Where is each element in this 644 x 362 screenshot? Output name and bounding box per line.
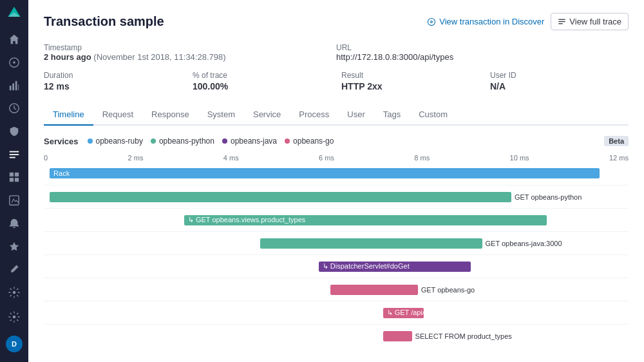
- user-id-item: User ID N/A: [490, 71, 629, 91]
- service-dot: [88, 138, 93, 144]
- waterfall-row[interactable]: GET opbeans-java:3000: [44, 231, 629, 254]
- tab-process[interactable]: Process: [290, 104, 338, 126]
- axis-label: 0: [44, 154, 48, 162]
- svg-rect-2: [10, 86, 12, 90]
- sidebar: D: [0, 0, 28, 362]
- waterfall-row[interactable]: ↳ GET /api/types: [44, 301, 629, 324]
- sidebar-bottom: D: [0, 304, 28, 362]
- url-value: http://172.18.0.8:3000/api/types: [336, 52, 629, 62]
- user-avatar: D: [6, 336, 23, 352]
- sidebar-item-logs[interactable]: [0, 143, 28, 166]
- axis-label: 6 ms: [319, 154, 334, 162]
- duration-value: 12 ms: [44, 81, 182, 91]
- sidebar-item-dev-tools[interactable]: [0, 258, 28, 281]
- sidebar-item-discover[interactable]: [0, 51, 28, 74]
- main-content: Transaction sample View transaction in D…: [28, 0, 644, 362]
- waterfall-header: Services opbeans-rubyopbeans-pythonopbea…: [44, 136, 629, 146]
- bar-area: ↳ DispatcherServlet#doGet: [44, 255, 629, 278]
- svg-rect-9: [10, 157, 15, 158]
- service-badge-opbeans-python: opbeans-python: [151, 137, 214, 146]
- svg-rect-20: [559, 21, 565, 22]
- url-label: URL: [336, 43, 629, 52]
- service-badge-opbeans-java: opbeans-java: [222, 137, 277, 146]
- timeline-bar: ↳ GET opbeans.views.product_types: [184, 215, 547, 225]
- sidebar-logo[interactable]: [0, 0, 28, 25]
- sidebar-item-security[interactable]: [0, 120, 28, 143]
- sidebar-item-management[interactable]: [0, 281, 28, 304]
- svg-rect-11: [15, 173, 19, 176]
- user-id-value: N/A: [490, 81, 629, 91]
- svg-point-1: [13, 61, 15, 64]
- timeline-bar: [260, 238, 482, 249]
- svg-point-18: [431, 21, 433, 23]
- svg-rect-5: [18, 84, 19, 90]
- services-badges: opbeans-rubyopbeans-pythonopbeans-javaop…: [88, 137, 334, 146]
- waterfall-row[interactable]: SELECT FROM product_types: [44, 324, 629, 347]
- service-dot: [222, 138, 227, 144]
- view-transaction-button[interactable]: View transaction in Discover: [427, 17, 544, 26]
- service-badge-opbeans-ruby: opbeans-ruby: [88, 137, 143, 146]
- svg-rect-8: [10, 154, 19, 155]
- tab-system[interactable]: System: [198, 104, 244, 126]
- bar-area: SELECT FROM product_types: [44, 325, 629, 347]
- sidebar-item-canvas[interactable]: [0, 189, 28, 212]
- bar-label: GET opbeans-java:3000: [486, 240, 562, 247]
- result-value: HTTP 2xx: [341, 81, 480, 91]
- tab-response[interactable]: Response: [142, 104, 198, 126]
- svg-rect-13: [15, 178, 19, 182]
- tab-user[interactable]: User: [338, 104, 374, 126]
- waterfall-row[interactable]: ↳ GET opbeans.views.product_types: [44, 208, 629, 231]
- svg-rect-3: [12, 83, 14, 90]
- svg-rect-19: [559, 19, 565, 20]
- timestamp-label: Timestamp: [44, 43, 336, 52]
- timestamp-value: 2 hours ago: [44, 52, 91, 62]
- svg-point-17: [428, 18, 435, 25]
- timeline-axis: 02 ms4 ms6 ms8 ms10 ms12 ms: [44, 151, 629, 162]
- svg-rect-12: [10, 178, 14, 182]
- svg-point-16: [13, 316, 16, 319]
- sidebar-item-visualize[interactable]: [0, 74, 28, 97]
- sidebar-item-infrastructure[interactable]: [0, 166, 28, 189]
- waterfall-rows: RackGET opbeans-python↳ GET opbeans.view…: [44, 162, 629, 347]
- tab-service[interactable]: Service: [244, 104, 290, 126]
- list-icon: [558, 17, 566, 26]
- axis-label: 8 ms: [414, 154, 430, 162]
- timeline-bar: ↳ DispatcherServlet#doGet: [319, 262, 471, 272]
- services-row: Services opbeans-rubyopbeans-pythonopbea…: [44, 137, 334, 146]
- sidebar-item-apm[interactable]: [0, 97, 28, 120]
- bar-area: Rack: [44, 162, 629, 185]
- tab-tags[interactable]: Tags: [374, 104, 410, 126]
- sidebar-item-favorites[interactable]: [0, 235, 28, 258]
- bar-area: GET opbeans-go: [44, 278, 629, 301]
- tab-timeline[interactable]: Timeline: [44, 104, 93, 126]
- page-title: Transaction sample: [44, 14, 164, 29]
- waterfall-row[interactable]: GET opbeans-go: [44, 278, 629, 301]
- tab-request[interactable]: Request: [93, 104, 142, 126]
- timestamp-detail: (November 1st 2018, 11:34:28.798): [93, 52, 225, 62]
- axis-label: 12 ms: [609, 154, 629, 162]
- waterfall-row[interactable]: GET opbeans-python: [44, 185, 629, 208]
- beta-badge: Beta: [604, 136, 629, 146]
- bar-label: SELECT FROM product_types: [415, 332, 512, 340]
- view-full-trace-button[interactable]: View full trace: [551, 13, 629, 30]
- svg-point-15: [13, 291, 16, 294]
- waterfall-row[interactable]: ↳ DispatcherServlet#doGet: [44, 254, 629, 278]
- waterfall-row[interactable]: Rack: [44, 162, 629, 185]
- tabs: TimelineRequestResponseSystemServiceProc…: [44, 104, 629, 126]
- page-header: Transaction sample View transaction in D…: [44, 13, 629, 30]
- sidebar-item-home[interactable]: [0, 28, 28, 51]
- bar-label: GET opbeans-go: [421, 286, 475, 294]
- tab-custom[interactable]: Custom: [410, 104, 457, 126]
- sidebar-item-user[interactable]: D: [0, 331, 28, 357]
- sidebar-item-alerting[interactable]: [0, 212, 28, 235]
- compass-icon: [427, 17, 436, 26]
- service-dot: [151, 138, 156, 144]
- bar-area: GET opbeans-java:3000: [44, 232, 629, 254]
- pct-trace-value: 100.00%: [193, 81, 331, 91]
- pct-trace-label: % of trace: [193, 71, 331, 80]
- result-label: Result: [341, 71, 480, 80]
- bar-area: GET opbeans-python: [44, 186, 629, 208]
- header-actions: View transaction in Discover View full t…: [427, 13, 629, 30]
- svg-rect-10: [10, 173, 14, 176]
- sidebar-item-settings[interactable]: [0, 304, 28, 330]
